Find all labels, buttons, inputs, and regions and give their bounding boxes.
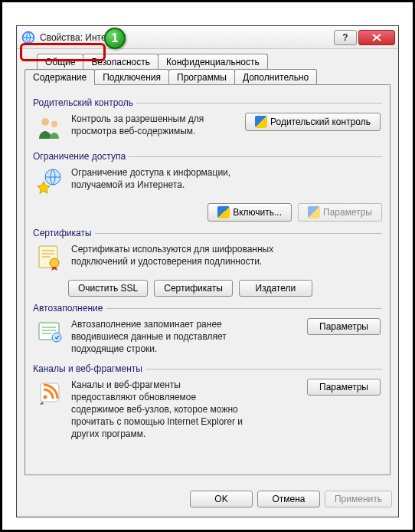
certificate-icon <box>34 243 65 274</box>
group-content-advisor: Ограничение доступа Ограничение доступа … <box>33 151 382 222</box>
enable-button[interactable]: Включить... <box>208 203 292 222</box>
title-bar: Свойства: Интернет ? <box>17 26 398 49</box>
group-certificates: Сертификаты Сертификаты используются для… <box>33 228 382 297</box>
tab-privacy[interactable]: Конфиденциальность <box>158 54 268 70</box>
group-title: Автозаполнение <box>33 303 106 314</box>
shield-icon <box>308 206 320 218</box>
dialog-footer: OK Отмена Применить <box>17 483 398 517</box>
tab-security[interactable]: Безопасность <box>83 54 158 70</box>
svg-point-1 <box>41 118 49 126</box>
group-title: Сертификаты <box>33 228 95 238</box>
group-desc: Контроль за разрешенным для просмотра ве… <box>71 113 239 137</box>
star-globe-icon <box>34 166 65 197</box>
group-autocomplete: Автозаполнение Автозаполнение запоминает… <box>33 303 382 357</box>
svg-point-7 <box>52 333 61 342</box>
svg-point-2 <box>51 121 57 127</box>
publishers-button[interactable]: Издатели <box>239 280 312 297</box>
group-title: Ограничение доступа <box>33 151 129 162</box>
tab-connections[interactable]: Подключения <box>94 69 169 85</box>
help-button[interactable]: ? <box>334 30 357 45</box>
shield-icon <box>255 116 267 128</box>
autocomplete-settings-button[interactable]: Параметры <box>307 318 381 335</box>
certificates-button[interactable]: Сертификаты <box>154 280 233 297</box>
svg-point-5 <box>50 258 59 268</box>
autocomplete-icon <box>34 318 65 349</box>
group-desc: Ограничение доступа к информации, получа… <box>71 166 270 191</box>
cancel-button[interactable]: Отмена <box>257 491 320 507</box>
advisor-settings-button: Параметры <box>298 203 382 222</box>
tab-advanced[interactable]: Дополнительно <box>234 69 317 85</box>
window-title: Свойства: Интернет <box>40 32 332 43</box>
apply-button: Применить <box>325 491 392 507</box>
group-title: Каналы и веб-фрагменты <box>33 363 145 374</box>
rss-icon <box>34 379 65 409</box>
group-desc: Сертификаты используются для шифрованных… <box>71 243 316 268</box>
group-desc: Каналы и веб-фрагменты предоставляют обн… <box>71 379 247 441</box>
group-feeds: Каналы и веб-фрагменты Каналы и веб-фраг… <box>33 363 382 442</box>
family-icon <box>34 113 65 143</box>
parental-control-button[interactable]: Родительский контроль <box>245 113 381 131</box>
group-desc: Автозаполнение запоминает ранее вводивши… <box>71 318 270 356</box>
tab-programs[interactable]: Программы <box>168 69 235 85</box>
tab-strip: Общие Безопасность Конфиденциальность Со… <box>25 54 390 475</box>
ok-button[interactable]: OK <box>190 491 253 507</box>
group-title: Родительский контроль <box>33 97 136 108</box>
svg-point-9 <box>44 395 47 399</box>
globe-icon <box>21 31 35 44</box>
tab-content[interactable]: Содержание <box>25 69 95 85</box>
feeds-settings-button[interactable]: Параметры <box>307 379 381 396</box>
close-button[interactable] <box>358 30 395 45</box>
clear-ssl-button[interactable]: Очистить SSL <box>68 280 148 297</box>
shield-icon <box>217 206 230 218</box>
group-parental-control: Родительский контроль Контроль за разреш… <box>33 97 382 145</box>
tab-general[interactable]: Общие <box>37 54 83 70</box>
tab-panel-content: Родительский контроль Контроль за разреш… <box>25 84 390 475</box>
